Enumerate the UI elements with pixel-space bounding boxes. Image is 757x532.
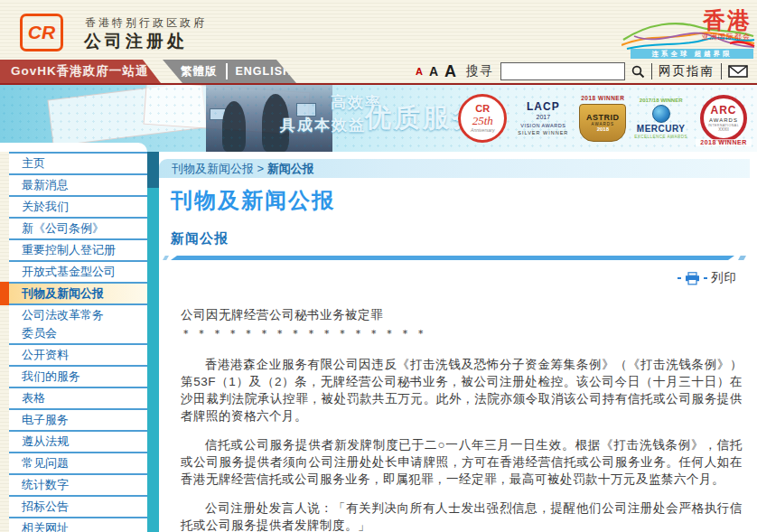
sidebar-item-tender-notices[interactable]: 招标公告	[9, 497, 147, 518]
print-label: 列印	[711, 270, 737, 286]
article-paragraph: 香港港森企业服务有限公司因违反《打击洗钱及恐怖分子资金筹集条例》（《打击洗钱条例…	[181, 356, 743, 425]
font-size-small-button[interactable]: A	[416, 67, 423, 77]
section-divider	[171, 256, 734, 260]
award-text: SILVER WINNER	[518, 130, 568, 135]
top-navbar: GovHK香港政府一站通 繁體版 ENGLISH A A A 搜寻 网页指南	[0, 60, 757, 83]
main-content: 刊物及新闻公报 > 新闻公报 刊物及新闻公报 新闻公报 列印 公司因无牌经营公司…	[159, 152, 757, 532]
award-text: ARC	[711, 105, 737, 117]
award-cr-25th-badge: CR 25th Anniversary	[458, 94, 507, 143]
sidebar-item-new-companies-ordinance[interactable]: 新《公司条例》	[9, 219, 147, 240]
award-text: 2017	[537, 114, 551, 121]
print-dash	[704, 277, 707, 279]
sitemap-link[interactable]: 网页指南	[659, 63, 715, 79]
contact-mail-button[interactable]	[728, 65, 748, 78]
envelope-icon	[728, 65, 748, 78]
search-button[interactable]	[631, 65, 645, 79]
award-astrid-badge: 2018 WINNER ASTRID AWARDS 2018	[579, 95, 626, 141]
article-stars: ＊ ＊ ＊ ＊ ＊ ＊ ＊ ＊ ＊ ＊ ＊ ＊ ＊ ＊ ＊ ＊	[181, 326, 743, 341]
award-text: Anniversary	[471, 128, 494, 134]
award-text: ASTRID	[586, 113, 620, 122]
font-size-large-button[interactable]: A	[444, 63, 456, 79]
cr-logo[interactable]: CR	[20, 14, 63, 51]
sidebar-item-our-services[interactable]: 我们的服务	[9, 367, 147, 388]
award-ring: ARC AWARDS INTERNATIONAL XXXII	[700, 95, 747, 142]
sidebar-item-compliance[interactable]: 遵从法规	[9, 432, 147, 453]
breadcrumb: 刊物及新闻公报 > 新闻公报	[159, 159, 750, 178]
section-divider-cap	[738, 256, 746, 260]
cr-logo-text: CR	[28, 22, 55, 43]
award-text: AWARDS	[709, 117, 738, 124]
award-text: 2018	[597, 126, 609, 133]
dept-title: 公司注册处	[84, 30, 188, 53]
sidebar-item-related-links[interactable]: 相关网址	[9, 518, 147, 532]
search-input[interactable]	[500, 62, 625, 80]
font-size-medium-button[interactable]: A	[429, 65, 438, 78]
brandhk-logo: 香港 亚洲国际都会 连系全球 超越界限	[621, 4, 755, 60]
print-dash	[678, 277, 681, 279]
banner-corner	[0, 143, 147, 152]
section-divider-cap	[163, 256, 169, 260]
award-text: EXCELLENCE AWARDS	[634, 135, 687, 139]
article-heading: 公司因无牌经营公司秘书业务被定罪	[181, 307, 743, 323]
award-text: 2018 WINNER	[581, 95, 624, 101]
sidebar-item-open-ended-fund-companies[interactable]: 开放式基金型公司	[9, 262, 147, 284]
brandhk-tagline: 连系全球 超越界限	[631, 49, 753, 59]
award-text: VISION AWARDS	[520, 123, 565, 128]
english-tab[interactable]: ENGLISH	[236, 65, 293, 78]
breadcrumb-parent-link[interactable]: 刊物及新闻公报	[172, 162, 254, 175]
sidebar-item-whats-new[interactable]: 最新消息	[9, 175, 147, 197]
award-lacp-badge: LACP 2017 VISION AWARDS SILVER WINNER	[515, 101, 571, 135]
award-mercury-badge: 2017/18 WINNER MERCURY EXCELLENCE AWARDS	[634, 98, 687, 139]
toolbar-separator	[651, 63, 652, 79]
award-arc-badge: ARC AWARDS INTERNATIONAL XXXII 2018 WINN…	[696, 90, 752, 146]
tab-separator	[226, 63, 228, 79]
press-release-article: 公司因无牌经营公司秘书业务被定罪 ＊ ＊ ＊ ＊ ＊ ＊ ＊ ＊ ＊ ＊ ＊ ＊…	[181, 307, 743, 532]
sidebar-item-statistics[interactable]: 统计数字	[9, 475, 147, 497]
brandhk-subtitle: 亚洲国际都会	[702, 32, 751, 42]
award-text: MERCURY	[637, 124, 686, 135]
sidebar-item-public-information[interactable]: 公开资料	[9, 345, 147, 367]
govhk-link[interactable]: GovHK香港政府一站通	[0, 60, 161, 83]
sidebar-item-about-us[interactable]: 关於我们	[9, 197, 147, 219]
awards-row: CR 25th Anniversary LACP 2017 VISION AWA…	[458, 88, 752, 149]
sidebar-item-publications-press[interactable]: 刊物及新闻公报	[9, 284, 147, 305]
banner: 高效率 具成本效益 优质服务 CR 25th Anniversary LACP …	[0, 85, 757, 152]
globe-icon	[652, 105, 670, 123]
breadcrumb-separator: >	[254, 162, 267, 175]
nav-toolbar: A A A 搜寻 网页指南	[416, 60, 748, 83]
gov-title: 香港特别行政区政府	[85, 15, 207, 31]
banner-slogan-cost: 具成本效益	[280, 115, 366, 135]
section-title: 新闻公报	[171, 230, 229, 247]
breadcrumb-current: 新闻公报	[267, 162, 314, 175]
search-icon	[631, 65, 645, 79]
sidebar-item-home[interactable]: 主页	[9, 152, 147, 175]
sidebar-item-sclr-committee[interactable]: 公司法改革常务 委员会	[9, 305, 147, 345]
printer-icon	[685, 272, 700, 285]
print-button[interactable]: 列印	[678, 270, 737, 286]
award-shield: ASTRID AWARDS 2018	[579, 104, 626, 142]
sidebar-content-divider	[147, 152, 159, 532]
sidebar-item-forms[interactable]: 表格	[9, 388, 147, 410]
award-text: 2018 WINNER	[696, 139, 752, 146]
sidebar-item-significant-controllers-register[interactable]: 重要控制人登记册	[9, 240, 147, 262]
award-text: LACP	[527, 101, 560, 114]
sidebar-item-faq[interactable]: 常见问题	[9, 453, 147, 475]
sidebar-item-e-services[interactable]: 电子服务	[9, 410, 147, 432]
award-text: XXXII	[718, 127, 729, 132]
traditional-chinese-tab[interactable]: 繁體版	[181, 64, 218, 79]
article-paragraph: 信托或公司服务提供者新发牌制度已于二○一八年三月一日生效。根据《打击洗钱条例》，…	[181, 436, 743, 488]
page-title: 刊物及新闻公报	[171, 186, 335, 215]
toolbar-separator	[721, 63, 722, 79]
language-tabs: 繁體版 ENGLISH	[163, 60, 296, 83]
search-label: 搜寻	[466, 63, 494, 79]
article-paragraph: 公司注册处发言人说：「有关判决向所有人士发出强烈信息，提醒他们公司注册处会严格执…	[181, 499, 743, 532]
award-text: 25th	[472, 115, 493, 128]
page: CR 香港特别行政区政府 公司注册处 香港 亚洲国际都会 连系全球 超越界限 G…	[0, 0, 757, 532]
award-text: 2017/18 WINNER	[640, 98, 683, 104]
sidebar-menu: 主页 最新消息 关於我们 新《公司条例》 重要控制人登记册 开放式基金型公司 刊…	[0, 152, 147, 532]
